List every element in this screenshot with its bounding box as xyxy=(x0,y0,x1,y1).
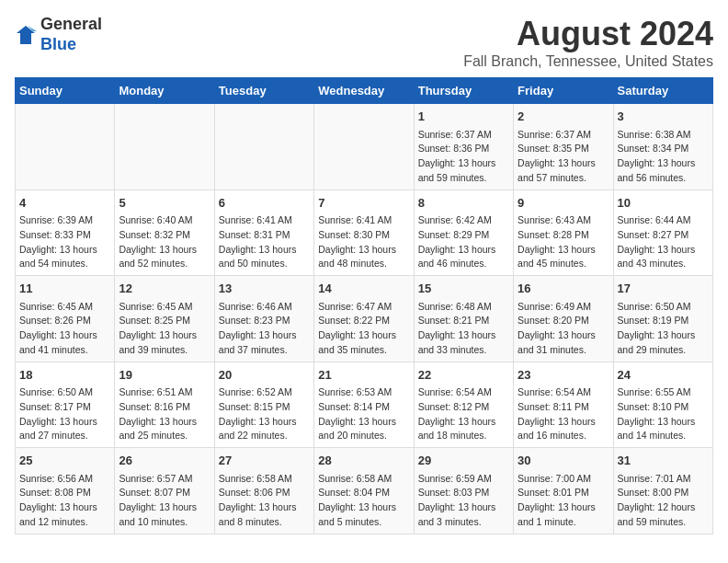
week-row-4: 18Sunrise: 6:50 AM Sunset: 8:17 PM Dayli… xyxy=(16,362,713,448)
calendar-cell: 13Sunrise: 6:46 AM Sunset: 8:23 PM Dayli… xyxy=(214,276,313,362)
day-info: Sunrise: 6:50 AM Sunset: 8:17 PM Dayligh… xyxy=(19,385,110,443)
day-info: Sunrise: 6:58 AM Sunset: 8:04 PM Dayligh… xyxy=(318,472,409,530)
calendar-cell: 7Sunrise: 6:41 AM Sunset: 8:30 PM Daylig… xyxy=(314,190,414,276)
day-number: 4 xyxy=(19,194,110,213)
calendar-cell: 28Sunrise: 6:58 AM Sunset: 8:04 PM Dayli… xyxy=(314,448,414,534)
header-cell-monday: Monday xyxy=(115,78,214,104)
day-number: 7 xyxy=(318,194,409,213)
calendar-cell xyxy=(214,104,313,190)
calendar-cell: 10Sunrise: 6:44 AM Sunset: 8:27 PM Dayli… xyxy=(613,190,712,276)
day-info: Sunrise: 6:54 AM Sunset: 8:11 PM Dayligh… xyxy=(518,385,609,443)
day-number: 23 xyxy=(518,366,609,385)
day-info: Sunrise: 6:43 AM Sunset: 8:28 PM Dayligh… xyxy=(518,213,609,271)
calendar-cell: 25Sunrise: 6:56 AM Sunset: 8:08 PM Dayli… xyxy=(16,448,115,534)
day-info: Sunrise: 6:57 AM Sunset: 8:07 PM Dayligh… xyxy=(119,472,210,530)
day-info: Sunrise: 6:55 AM Sunset: 8:10 PM Dayligh… xyxy=(618,385,709,443)
calendar-cell: 27Sunrise: 6:58 AM Sunset: 8:06 PM Dayli… xyxy=(214,448,313,534)
calendar-cell: 16Sunrise: 6:49 AM Sunset: 8:20 PM Dayli… xyxy=(514,276,613,362)
day-number: 20 xyxy=(219,366,310,385)
week-row-2: 4Sunrise: 6:39 AM Sunset: 8:33 PM Daylig… xyxy=(16,190,713,276)
calendar-cell: 19Sunrise: 6:51 AM Sunset: 8:16 PM Dayli… xyxy=(115,362,214,448)
title-block: August 2024 Fall Branch, Tennessee, Unit… xyxy=(463,15,713,70)
day-info: Sunrise: 6:39 AM Sunset: 8:33 PM Dayligh… xyxy=(19,213,110,271)
day-number: 3 xyxy=(618,108,709,126)
day-info: Sunrise: 7:01 AM Sunset: 8:00 PM Dayligh… xyxy=(618,472,709,530)
calendar-cell: 4Sunrise: 6:39 AM Sunset: 8:33 PM Daylig… xyxy=(16,190,115,276)
calendar-cell: 14Sunrise: 6:47 AM Sunset: 8:22 PM Dayli… xyxy=(314,276,414,362)
day-number: 30 xyxy=(518,452,609,470)
calendar-cell: 2Sunrise: 6:37 AM Sunset: 8:35 PM Daylig… xyxy=(514,104,613,190)
calendar-cell: 15Sunrise: 6:48 AM Sunset: 8:21 PM Dayli… xyxy=(414,276,513,362)
day-number: 13 xyxy=(219,280,310,298)
calendar-cell: 26Sunrise: 6:57 AM Sunset: 8:07 PM Dayli… xyxy=(115,448,214,534)
week-row-1: 1Sunrise: 6:37 AM Sunset: 8:36 PM Daylig… xyxy=(16,104,713,190)
day-number: 22 xyxy=(418,366,509,385)
day-number: 25 xyxy=(19,452,110,470)
calendar-cell xyxy=(115,104,214,190)
day-info: Sunrise: 6:54 AM Sunset: 8:12 PM Dayligh… xyxy=(418,385,509,443)
day-info: Sunrise: 6:42 AM Sunset: 8:29 PM Dayligh… xyxy=(418,213,509,271)
day-number: 27 xyxy=(219,452,310,470)
day-info: Sunrise: 6:47 AM Sunset: 8:22 PM Dayligh… xyxy=(318,300,409,358)
main-title: August 2024 xyxy=(463,15,713,53)
day-number: 15 xyxy=(418,280,509,298)
header-cell-tuesday: Tuesday xyxy=(214,78,313,104)
day-number: 21 xyxy=(318,366,409,385)
day-info: Sunrise: 6:53 AM Sunset: 8:14 PM Dayligh… xyxy=(318,385,409,443)
day-number: 2 xyxy=(518,108,609,126)
header-cell-friday: Friday xyxy=(514,78,613,104)
header-cell-sunday: Sunday xyxy=(16,78,115,104)
day-info: Sunrise: 6:56 AM Sunset: 8:08 PM Dayligh… xyxy=(19,472,110,530)
day-number: 31 xyxy=(618,452,709,470)
day-info: Sunrise: 6:40 AM Sunset: 8:32 PM Dayligh… xyxy=(119,213,210,271)
day-info: Sunrise: 6:44 AM Sunset: 8:27 PM Dayligh… xyxy=(618,213,709,271)
day-number: 16 xyxy=(518,280,609,298)
day-number: 1 xyxy=(418,108,509,126)
logo-icon xyxy=(15,24,37,46)
header-cell-thursday: Thursday xyxy=(414,78,513,104)
day-number: 8 xyxy=(418,194,509,213)
day-info: Sunrise: 6:51 AM Sunset: 8:16 PM Dayligh… xyxy=(119,385,210,443)
calendar-cell: 18Sunrise: 6:50 AM Sunset: 8:17 PM Dayli… xyxy=(16,362,115,448)
day-info: Sunrise: 6:37 AM Sunset: 8:35 PM Dayligh… xyxy=(518,128,609,186)
day-info: Sunrise: 6:37 AM Sunset: 8:36 PM Dayligh… xyxy=(418,128,509,186)
day-info: Sunrise: 6:49 AM Sunset: 8:20 PM Dayligh… xyxy=(518,300,609,358)
calendar-cell: 6Sunrise: 6:41 AM Sunset: 8:31 PM Daylig… xyxy=(214,190,313,276)
day-info: Sunrise: 6:38 AM Sunset: 8:34 PM Dayligh… xyxy=(618,128,709,186)
calendar-cell xyxy=(314,104,414,190)
calendar-cell: 3Sunrise: 6:38 AM Sunset: 8:34 PM Daylig… xyxy=(613,104,712,190)
day-number: 24 xyxy=(618,366,709,385)
calendar-cell: 24Sunrise: 6:55 AM Sunset: 8:10 PM Dayli… xyxy=(613,362,712,448)
calendar-cell: 11Sunrise: 6:45 AM Sunset: 8:26 PM Dayli… xyxy=(16,276,115,362)
logo-text: General Blue xyxy=(40,15,102,54)
calendar-cell: 8Sunrise: 6:42 AM Sunset: 8:29 PM Daylig… xyxy=(414,190,513,276)
logo: General Blue xyxy=(15,15,102,54)
day-info: Sunrise: 6:45 AM Sunset: 8:25 PM Dayligh… xyxy=(119,300,210,358)
day-info: Sunrise: 6:41 AM Sunset: 8:31 PM Dayligh… xyxy=(219,213,310,271)
week-row-5: 25Sunrise: 6:56 AM Sunset: 8:08 PM Dayli… xyxy=(16,448,713,534)
calendar-cell: 5Sunrise: 6:40 AM Sunset: 8:32 PM Daylig… xyxy=(115,190,214,276)
day-number: 12 xyxy=(119,280,210,298)
day-info: Sunrise: 6:46 AM Sunset: 8:23 PM Dayligh… xyxy=(219,300,310,358)
calendar-cell: 30Sunrise: 7:00 AM Sunset: 8:01 PM Dayli… xyxy=(514,448,613,534)
calendar-cell: 9Sunrise: 6:43 AM Sunset: 8:28 PM Daylig… xyxy=(514,190,613,276)
calendar-cell: 12Sunrise: 6:45 AM Sunset: 8:25 PM Dayli… xyxy=(115,276,214,362)
calendar-cell xyxy=(16,104,115,190)
day-info: Sunrise: 6:41 AM Sunset: 8:30 PM Dayligh… xyxy=(318,213,409,271)
calendar-cell: 21Sunrise: 6:53 AM Sunset: 8:14 PM Dayli… xyxy=(314,362,414,448)
day-number: 26 xyxy=(119,452,210,470)
calendar-cell: 23Sunrise: 6:54 AM Sunset: 8:11 PM Dayli… xyxy=(514,362,613,448)
day-number: 10 xyxy=(618,194,709,213)
calendar-table: SundayMondayTuesdayWednesdayThursdayFrid… xyxy=(15,77,713,534)
day-info: Sunrise: 6:48 AM Sunset: 8:21 PM Dayligh… xyxy=(418,300,509,358)
day-number: 19 xyxy=(119,366,210,385)
day-info: Sunrise: 6:45 AM Sunset: 8:26 PM Dayligh… xyxy=(19,300,110,358)
week-row-3: 11Sunrise: 6:45 AM Sunset: 8:26 PM Dayli… xyxy=(16,276,713,362)
day-number: 5 xyxy=(119,194,210,213)
calendar-cell: 29Sunrise: 6:59 AM Sunset: 8:03 PM Dayli… xyxy=(414,448,513,534)
day-number: 9 xyxy=(518,194,609,213)
day-info: Sunrise: 6:59 AM Sunset: 8:03 PM Dayligh… xyxy=(418,472,509,530)
calendar-cell: 1Sunrise: 6:37 AM Sunset: 8:36 PM Daylig… xyxy=(414,104,513,190)
calendar-cell: 22Sunrise: 6:54 AM Sunset: 8:12 PM Dayli… xyxy=(414,362,513,448)
calendar-cell: 17Sunrise: 6:50 AM Sunset: 8:19 PM Dayli… xyxy=(613,276,712,362)
